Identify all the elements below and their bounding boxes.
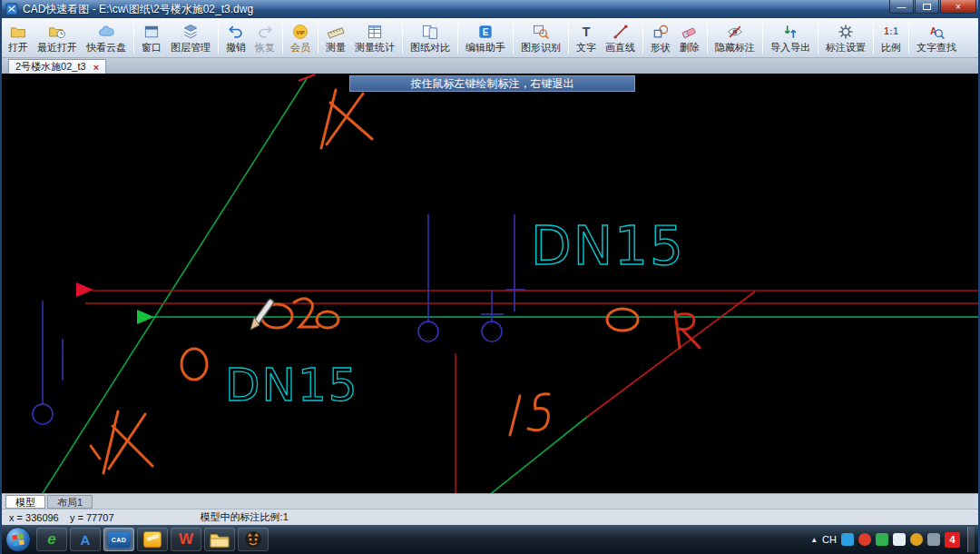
compare-sheets-icon xyxy=(421,22,439,41)
document-tab-label: 2号楼水施02_t3 xyxy=(15,60,86,74)
toolbar-separator xyxy=(707,23,708,54)
sketch-digit-1 xyxy=(510,396,520,435)
drawing-canvas[interactable]: DN15 DN15 xyxy=(2,74,978,493)
tray-icon-red[interactable] xyxy=(858,533,871,546)
toolbar-text-search-label: 文字查找 xyxy=(916,41,956,54)
toolbar-text[interactable]: T 文字 xyxy=(572,19,601,57)
sketch-circle xyxy=(607,309,638,331)
toolbar-hide-annotation[interactable]: 隐藏标注 xyxy=(710,19,760,57)
tray-icon-blue[interactable] xyxy=(841,533,854,546)
sheet-tab-model[interactable]: 模型 xyxy=(5,495,45,509)
tray-expand-icon[interactable]: ▲ xyxy=(810,536,818,544)
toolbar-open-label: 打开 xyxy=(8,41,28,54)
toolbar-annotation-settings-label: 标注设置 xyxy=(826,41,866,54)
svg-text:1: 1 xyxy=(884,26,889,36)
status-bar: x = 336096 y = 77707 模型中的标注比例:1 xyxy=(2,509,978,525)
toolbar-import-export[interactable]: 导入导出 xyxy=(766,19,815,57)
taskbar: e A CAD W ▲ CH 4 xyxy=(2,525,978,554)
toolbar-annotation-settings[interactable]: 标注设置 xyxy=(821,19,870,57)
toolbar-shapes[interactable]: 形状 xyxy=(646,19,675,57)
tray-icon-orange[interactable] xyxy=(910,533,923,546)
toolbar-window-label: 窗口 xyxy=(142,41,162,54)
minimize-button[interactable]: — xyxy=(889,0,914,14)
taskbar-app-cad[interactable]: CAD xyxy=(103,528,134,551)
show-desktop-button[interactable] xyxy=(967,527,975,552)
cursor-coordinates: x = 336096 y = 77707 xyxy=(9,512,114,523)
undo-icon xyxy=(227,22,245,41)
toolbar-cloud-drive[interactable]: 快看云盘 xyxy=(82,19,131,57)
toolbar-shapes-label: 形状 xyxy=(651,41,671,54)
sheet-tab-bar: 模型 布局1 xyxy=(2,493,978,509)
app-icon xyxy=(5,3,18,15)
browser-icon: e xyxy=(47,530,55,549)
wps-icon: W xyxy=(179,530,193,549)
toolbar-undo-label: 撤销 xyxy=(226,41,246,54)
svg-text:E: E xyxy=(483,27,489,37)
sketch-stroke xyxy=(321,90,336,148)
tray-icon-green[interactable] xyxy=(876,533,888,546)
toolbar-shape-recognition-label: 图形识别 xyxy=(521,41,561,54)
toolbar-measure-label: 测量 xyxy=(326,41,346,54)
start-button[interactable] xyxy=(5,527,31,552)
layers-icon xyxy=(181,22,200,41)
taskbar-app-viewer[interactable] xyxy=(137,528,168,551)
toolbar-scale-label: 比例 xyxy=(881,41,901,54)
toolbar-window[interactable]: 窗口 xyxy=(137,19,166,57)
language-indicator[interactable]: CH xyxy=(822,534,837,545)
toolbar-import-export-label: 导入导出 xyxy=(770,41,810,54)
sheet-tab-layout1[interactable]: 布局1 xyxy=(47,495,93,509)
toolbar-text-label: 文字 xyxy=(576,41,596,54)
cad-drawing: DN15 DN15 xyxy=(2,74,978,493)
toolbar-separator xyxy=(818,23,818,54)
title-bar: CAD快速看图 - E:\cw\图纸\2号楼水施02_t3.dwg — × xyxy=(2,0,978,18)
toolbar-layer-manager[interactable]: 图层管理 xyxy=(166,19,215,57)
cloud-icon xyxy=(97,22,115,41)
toolbar-separator xyxy=(762,23,763,54)
toolbar-edit-assistant[interactable]: E 编辑助手 xyxy=(461,19,510,57)
taskbar-app-browser[interactable]: e xyxy=(36,528,67,551)
tray-icon-white[interactable] xyxy=(893,533,906,546)
vip-icon: VIP xyxy=(291,22,309,41)
svg-text:VIP: VIP xyxy=(296,30,305,35)
recent-folder-icon xyxy=(48,22,66,41)
toolbar-measure[interactable]: 测量 xyxy=(321,19,350,57)
toolbar-redo[interactable]: 恢复 xyxy=(250,19,279,57)
toolbar-undo[interactable]: 撤销 xyxy=(221,19,250,57)
toolbar-recent-open[interactable]: 最近打开 xyxy=(33,19,82,57)
taskbar-app-a[interactable]: A xyxy=(70,528,101,551)
import-export-icon xyxy=(781,22,799,41)
scale-ratio-icon: 1:1 xyxy=(882,22,900,41)
notification-badge[interactable]: 4 xyxy=(945,532,960,548)
svg-text:T: T xyxy=(583,25,591,39)
toolbar-separator xyxy=(873,23,874,54)
toolbar-measure-stats[interactable]: 测量统计 xyxy=(350,19,399,57)
ruler-icon xyxy=(327,22,345,41)
document-tab-bar: 2号楼水施02_t3 × xyxy=(2,58,978,74)
maximize-button[interactable] xyxy=(915,0,939,14)
toolbar-draw-line-label: 画直线 xyxy=(605,41,635,54)
toolbar-scale[interactable]: 1:1 比例 xyxy=(877,19,906,57)
taskbar-app-explorer[interactable] xyxy=(204,528,235,551)
taskbar-app-360[interactable] xyxy=(238,528,269,551)
eye-slash-icon xyxy=(726,22,744,41)
gear-icon xyxy=(837,22,855,41)
toolbar-separator xyxy=(282,23,283,54)
toolbar-draw-line[interactable]: 画直线 xyxy=(601,19,640,57)
toolbar-open[interactable]: 打开 xyxy=(4,19,33,57)
tray-icon-gray[interactable] xyxy=(927,533,940,546)
toolbar-text-search[interactable]: A 文字查找 xyxy=(912,19,961,57)
toolbar-drawing-compare[interactable]: 图纸对比 xyxy=(406,19,455,57)
toolbar-delete[interactable]: 删除 xyxy=(675,19,704,57)
close-button[interactable]: × xyxy=(940,0,976,14)
taskbar-app-wps[interactable]: W xyxy=(171,528,201,551)
svg-text::: : xyxy=(889,27,892,36)
toolbar-vip-member[interactable]: VIP 会员 xyxy=(286,19,315,57)
toolbar-separator xyxy=(457,23,458,54)
toolbar-shape-recognition[interactable]: 图形识别 xyxy=(516,19,565,57)
windows-flag-icon xyxy=(11,532,25,547)
open-folder-icon xyxy=(9,22,27,41)
tab-close-icon[interactable]: × xyxy=(93,62,99,73)
toolbar-vip-member-label: 会员 xyxy=(290,41,310,54)
minimize-icon: — xyxy=(897,2,906,12)
document-tab[interactable]: 2号楼水施02_t3 × xyxy=(8,59,106,74)
